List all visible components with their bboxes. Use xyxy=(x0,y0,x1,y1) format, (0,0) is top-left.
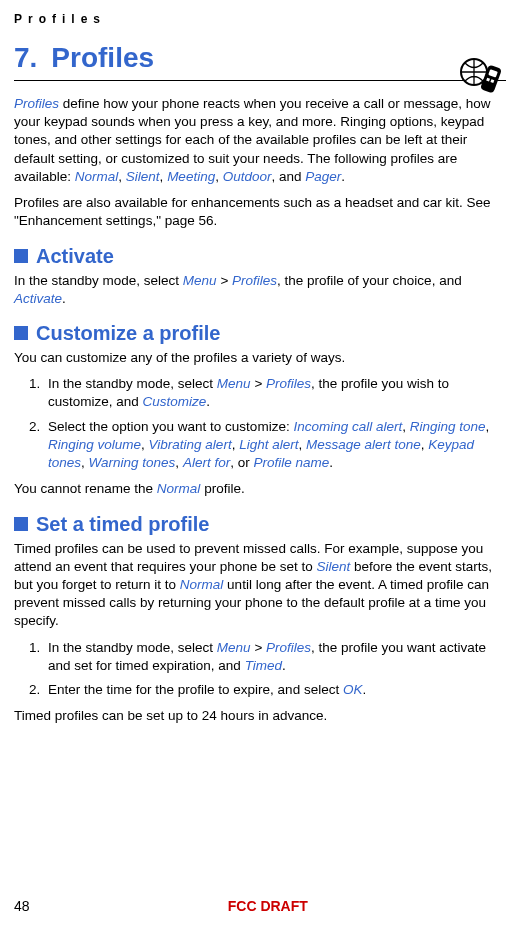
timed-lead: Timed profiles can be used to prevent mi… xyxy=(14,540,506,631)
customize-note: You cannot rename the Normal profile. xyxy=(14,480,506,498)
keyword: Profiles xyxy=(266,376,311,391)
keyword: Warning tones xyxy=(89,455,176,470)
customize-lead: You can customize any of the profiles a … xyxy=(14,349,506,367)
phone-globe-icon xyxy=(458,52,504,98)
divider xyxy=(14,80,506,81)
list-item: In the standby mode, select Menu > Profi… xyxy=(44,639,506,675)
list-item: Enter the time for the profile to expire… xyxy=(44,681,506,699)
chapter-heading: 7. Profiles xyxy=(14,44,506,72)
keyword: Silent xyxy=(316,559,350,574)
keyword: Incoming call alert xyxy=(293,419,402,434)
list-item: In the standby mode, select Menu > Profi… xyxy=(44,375,506,411)
keyword: Silent xyxy=(126,169,160,184)
keyword: Message alert tone xyxy=(306,437,421,452)
keyword: Profiles xyxy=(14,96,59,111)
keyword: Alert for xyxy=(183,455,230,470)
timed-steps: In the standby mode, select Menu > Profi… xyxy=(14,639,506,700)
section-title: Activate xyxy=(36,245,114,268)
keyword: Normal xyxy=(75,169,119,184)
keyword: Vibrating alert xyxy=(149,437,232,452)
intro-paragraph-2: Profiles are also available for enhancem… xyxy=(14,194,506,230)
keyword: Normal xyxy=(157,481,201,496)
keyword: Menu xyxy=(217,640,251,655)
keyword: Light alert xyxy=(239,437,298,452)
fcc-draft-stamp: FCC DRAFT xyxy=(30,898,506,914)
keyword: Profiles xyxy=(232,273,277,288)
keyword: OK xyxy=(343,682,363,697)
section-heading-timed: Set a timed profile xyxy=(14,513,506,536)
section-heading-customize: Customize a profile xyxy=(14,322,506,345)
keyword: Menu xyxy=(183,273,217,288)
keyword: Ringing tone xyxy=(410,419,486,434)
customize-steps: In the standby mode, select Menu > Profi… xyxy=(14,375,506,472)
activate-paragraph: In the standby mode, select Menu > Profi… xyxy=(14,272,506,308)
chapter-title: Profiles xyxy=(51,44,154,72)
keyword: Activate xyxy=(14,291,62,306)
intro-paragraph-1: Profiles define how your phone reacts wh… xyxy=(14,95,506,186)
list-item: Select the option you want to customize:… xyxy=(44,418,506,473)
square-bullet-icon xyxy=(14,249,28,263)
square-bullet-icon xyxy=(14,326,28,340)
keyword: Meeting xyxy=(167,169,215,184)
keyword: Pager xyxy=(305,169,341,184)
keyword: Outdoor xyxy=(223,169,272,184)
keyword: Timed xyxy=(245,658,282,673)
square-bullet-icon xyxy=(14,517,28,531)
keyword: Customize xyxy=(143,394,207,409)
keyword: Profile name xyxy=(253,455,329,470)
running-header-label: Profiles xyxy=(14,12,506,26)
page-number: 48 xyxy=(14,898,30,914)
page-footer: 48 FCC DRAFT xyxy=(14,898,506,914)
chapter-number: 7. xyxy=(14,44,37,72)
keyword: Profiles xyxy=(266,640,311,655)
keyword: Menu xyxy=(217,376,251,391)
keyword: Ringing volume xyxy=(48,437,141,452)
section-title: Set a timed profile xyxy=(36,513,209,536)
keyword: Normal xyxy=(180,577,224,592)
section-title: Customize a profile xyxy=(36,322,220,345)
timed-note: Timed profiles can be set up to 24 hours… xyxy=(14,707,506,725)
section-heading-activate: Activate xyxy=(14,245,506,268)
